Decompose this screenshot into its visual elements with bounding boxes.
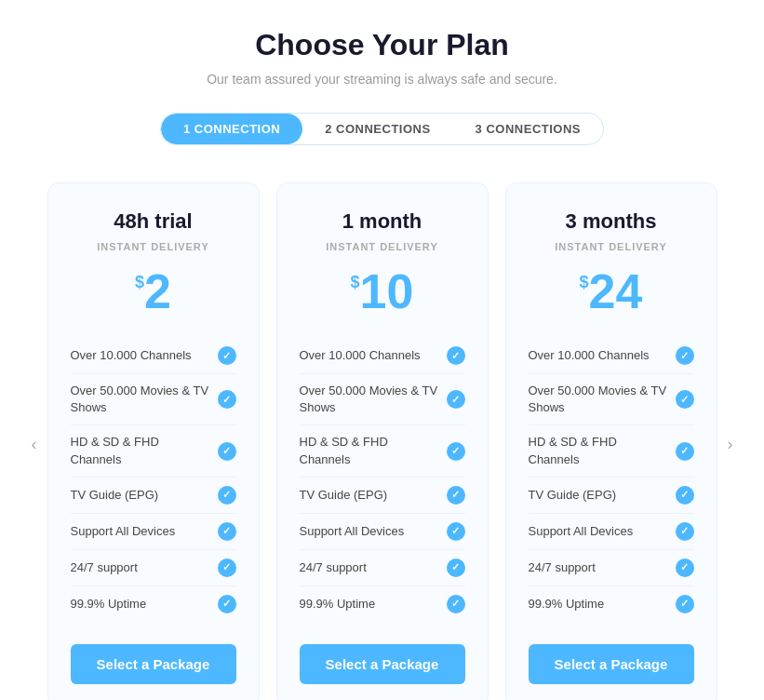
check-icon [218, 390, 236, 409]
feature-text: HD & SD & FHD Channels [529, 434, 668, 467]
feature-text: Over 10.000 Channels [529, 347, 668, 364]
plans-wrapper: ‹ 48h trial INSTANT DELIVERY $ 2 Over 10… [19, 182, 745, 700]
feature-text: Over 50.000 Movies & TV Shows [300, 383, 439, 416]
select-package-button[interactable]: Select a Package [300, 644, 465, 684]
check-icon [676, 442, 694, 461]
check-icon [218, 486, 236, 505]
plans-grid: 48h trial INSTANT DELIVERY $ 2 Over 10.0… [47, 182, 717, 700]
price-amount: 2 [144, 267, 171, 316]
feature-text: Over 10.000 Channels [71, 347, 210, 364]
feature-item: Over 10.000 Channels [529, 338, 694, 374]
check-icon [447, 346, 465, 365]
features-list: Over 10.000 Channels Over 50.000 Movies … [529, 338, 694, 622]
price-dollar: $ [351, 273, 360, 292]
feature-item: TV Guide (EPG) [300, 478, 465, 514]
check-icon [676, 559, 694, 577]
feature-text: Support All Devices [71, 523, 210, 540]
features-list: Over 10.000 Channels Over 50.000 Movies … [300, 338, 465, 622]
plan-card-1: 1 month INSTANT DELIVERY $ 10 Over 10.00… [276, 182, 489, 700]
feature-text: 24/7 support [300, 559, 439, 576]
feature-item: 24/7 support [71, 550, 236, 586]
check-icon [676, 486, 694, 505]
plan-delivery: INSTANT DELIVERY [97, 241, 209, 252]
feature-item: 99.9% Uptime [71, 586, 236, 622]
plan-price: $ 2 [135, 267, 171, 316]
feature-text: 24/7 support [71, 559, 210, 576]
feature-item: 24/7 support [529, 550, 694, 586]
feature-item: Over 50.000 Movies & TV Shows [529, 374, 694, 425]
tab-2-connections[interactable]: 2 CONNECTIONS [302, 114, 452, 144]
prev-arrow[interactable]: ‹ [21, 432, 47, 458]
plan-name: 48h trial [114, 209, 192, 234]
price-amount: 10 [360, 267, 414, 316]
feature-text: Over 10.000 Channels [300, 347, 439, 364]
feature-item: Support All Devices [529, 514, 694, 550]
price-amount: 24 [589, 267, 643, 316]
features-list: Over 10.000 Channels Over 50.000 Movies … [71, 338, 236, 622]
feature-item: 24/7 support [300, 550, 465, 586]
plan-delivery: INSTANT DELIVERY [555, 241, 667, 252]
feature-text: Support All Devices [300, 523, 439, 540]
check-icon [447, 390, 465, 409]
plan-price: $ 10 [351, 267, 414, 316]
feature-text: 99.9% Uptime [529, 596, 668, 612]
tab-3-connections[interactable]: 3 CONNECTIONS [453, 114, 603, 144]
feature-text: TV Guide (EPG) [71, 487, 210, 504]
check-icon [218, 559, 236, 577]
tabs-container: 1 CONNECTION 2 CONNECTIONS 3 CONNECTIONS [160, 113, 604, 145]
select-package-button[interactable]: Select a Package [529, 644, 694, 684]
feature-text: 99.9% Uptime [300, 596, 439, 612]
tab-1-connection[interactable]: 1 CONNECTION [161, 114, 302, 144]
feature-item: 99.9% Uptime [529, 586, 694, 622]
check-icon [676, 595, 694, 613]
feature-item: Support All Devices [300, 514, 465, 550]
feature-item: Support All Devices [71, 514, 236, 550]
price-dollar: $ [135, 273, 144, 292]
plan-name: 1 month [342, 209, 422, 234]
check-icon [676, 346, 694, 365]
check-icon [447, 522, 465, 541]
feature-text: Over 50.000 Movies & TV Shows [71, 383, 210, 416]
feature-text: HD & SD & FHD Channels [71, 434, 210, 467]
check-icon [218, 522, 236, 541]
feature-text: 24/7 support [529, 559, 668, 576]
feature-text: TV Guide (EPG) [529, 487, 668, 504]
page-title: Choose Your Plan [255, 28, 509, 62]
select-package-button[interactable]: Select a Package [71, 644, 236, 684]
feature-text: 99.9% Uptime [71, 596, 210, 612]
feature-item: HD & SD & FHD Channels [71, 425, 236, 477]
feature-item: Over 50.000 Movies & TV Shows [300, 374, 465, 425]
check-icon [218, 346, 236, 365]
check-icon [447, 442, 465, 461]
plan-price: $ 24 [580, 267, 643, 316]
feature-text: TV Guide (EPG) [300, 487, 439, 504]
page-subtitle: Our team assured your streaming is alway… [207, 72, 557, 87]
feature-item: HD & SD & FHD Channels [529, 425, 694, 477]
feature-item: TV Guide (EPG) [529, 478, 694, 514]
check-icon [447, 559, 465, 577]
feature-text: HD & SD & FHD Channels [300, 434, 439, 467]
check-icon [447, 486, 465, 505]
check-icon [218, 595, 236, 613]
feature-item: 99.9% Uptime [300, 586, 465, 622]
plan-name: 3 months [566, 209, 657, 234]
check-icon [676, 522, 694, 541]
plan-card-2: 3 months INSTANT DELIVERY $ 24 Over 10.0… [505, 182, 717, 700]
feature-text: Over 50.000 Movies & TV Shows [529, 383, 668, 416]
next-arrow[interactable]: › [717, 432, 744, 458]
feature-item: Over 10.000 Channels [300, 338, 465, 374]
price-dollar: $ [580, 273, 589, 292]
plan-card-0: 48h trial INSTANT DELIVERY $ 2 Over 10.0… [47, 182, 260, 700]
feature-item: TV Guide (EPG) [71, 478, 236, 514]
check-icon [676, 390, 694, 409]
check-icon [447, 595, 465, 613]
feature-text: Support All Devices [529, 523, 668, 540]
feature-item: Over 50.000 Movies & TV Shows [71, 374, 236, 425]
feature-item: Over 10.000 Channels [71, 338, 236, 374]
plan-delivery: INSTANT DELIVERY [326, 241, 438, 252]
check-icon [218, 442, 236, 461]
feature-item: HD & SD & FHD Channels [300, 425, 465, 477]
